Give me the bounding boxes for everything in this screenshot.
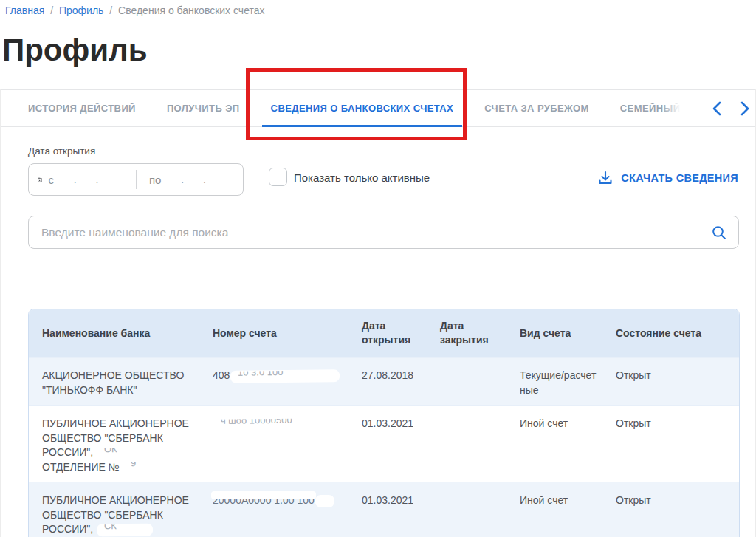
page-title: Профиль [2, 33, 148, 68]
half-obscured-text: 20000A0000 1.00 100 [213, 493, 315, 508]
table-row: ПУБЛИЧНОЕ АКЦИОНЕРНОЕ ОБЩЕСТВО "СБЕРБАНК… [29, 482, 739, 537]
redacted-smear [315, 496, 334, 507]
redacted-smear: ч шоо 10000500 [213, 418, 339, 431]
cell-close-date [440, 406, 520, 482]
cell-account-number: 40810 3.0 100 [213, 358, 362, 405]
active-only-checkbox[interactable] [269, 168, 287, 186]
table-row: ПУБЛИЧНОЕ АКЦИОНЕРНОЕ ОБЩЕСТВО "СБЕРБАНК… [29, 405, 739, 482]
table-row: АКЦИОНЕРНОЕ ОБЩЕСТВО "ТИНЬКОФФ БАНК"4081… [29, 357, 739, 405]
cell-account-state: Открыт [616, 482, 739, 537]
redacted-smear: ОК [97, 447, 153, 459]
cell-close-date [440, 358, 520, 405]
cell-bank-name: АКЦИОНЕРНОЕ ОБЩЕСТВО "ТИНЬКОФФ БАНК" [29, 358, 213, 405]
cell-account-type: Иной счет [520, 406, 607, 482]
panel-left-edge [0, 89, 1, 537]
section-divider [0, 287, 756, 287]
column-header-account-type: Вид счета [520, 309, 616, 357]
cell-account-type: Иной счет [520, 482, 607, 537]
column-header-account-state: Состояние счета [616, 309, 739, 357]
cell-account-type: Текущие/расчетные [520, 358, 607, 405]
cell-account-number: ч шоо 10000500 [213, 406, 362, 482]
tab-bank-accounts[interactable]: СВЕДЕНИЯ О БАНКОВСКИХ СЧЕТАХ [271, 90, 454, 126]
cell-account-state: Открыт [616, 406, 739, 482]
download-info-label: СКАЧАТЬ СВЕДЕНИЯ [621, 172, 738, 184]
tab-scroll-arrows [712, 100, 756, 117]
cell-close-date [440, 482, 520, 537]
redacted-smear: 10 3.0 100 [230, 370, 340, 383]
column-header-account-number: Номер счета [213, 309, 362, 357]
active-only-checkbox-label: Показать только активные [294, 171, 430, 184]
search-placeholder: Введите наименование для поиска [41, 226, 711, 239]
tab-family-access[interactable]: СЕМЕЙНЫЙ ДОСТ [620, 90, 681, 126]
bank-accounts-table: Наименование банка Номер счета Дата откр… [28, 309, 740, 537]
cell-open-date: 01.03.2021 [362, 406, 440, 482]
open-date-filter-label: Дата открытия [28, 146, 95, 157]
table-header-row: Наименование банка Номер счета Дата откр… [29, 309, 739, 357]
tabs-prev-button[interactable] [712, 100, 722, 117]
cell-bank-name: ПУБЛИЧНОЕ АКЦИОНЕРНОЕ ОБЩЕСТВО "СБЕРБАНК… [29, 406, 213, 482]
tab-action-history[interactable]: ИСТОРИЯ ДЕЙСТВИЙ [28, 90, 136, 126]
cell-bank-name: ПУБЛИЧНОЕ АКЦИОНЕРНОЕ ОБЩЕСТВО "СБЕРБАНК… [29, 482, 213, 537]
table-body: АКЦИОНЕРНОЕ ОБЩЕСТВО "ТИНЬКОФФ БАНК"4081… [29, 357, 739, 537]
search-input[interactable]: Введите наименование для поиска [28, 216, 739, 249]
tabs-next-button[interactable] [740, 100, 750, 117]
tab-bar: ИСТОРИЯ ДЕЙСТВИЙ ПОЛУЧИТЬ ЭП СВЕДЕНИЯ О … [0, 89, 756, 127]
chevron-right-icon [740, 100, 750, 117]
download-info-button[interactable]: СКАЧАТЬ СВЕДЕНИЯ [598, 171, 738, 185]
cell-open-date: 01.03.2021 [362, 482, 440, 537]
breadcrumb-home-link[interactable]: Главная [5, 4, 44, 16]
download-icon [598, 171, 613, 185]
search-icon[interactable] [711, 225, 727, 241]
breadcrumb-current: Сведения о банковских счетах [118, 4, 264, 16]
column-header-open-date: Дата открытия [362, 309, 440, 357]
profile-bank-accounts-page: Главная / Профиль / Сведения о банковски… [0, 0, 756, 537]
cell-account-number: 20000A0000 1.00 100 [213, 482, 362, 537]
breadcrumb-separator: / [50, 4, 53, 16]
column-header-close-date: Дата закрытия [440, 309, 520, 357]
breadcrumb-profile-link[interactable]: Профиль [59, 4, 103, 16]
redacted-smear: 9 [123, 462, 156, 473]
tab-foreign-accounts[interactable]: СЧЕТА ЗА РУБЕЖОМ [484, 90, 589, 126]
date-range-input[interactable]: с __ . __ . ____ по __ . __ . ____ [28, 163, 244, 196]
cell-open-date: 27.08.2018 [362, 358, 440, 405]
date-to-field[interactable]: __ . __ . ____ [165, 174, 234, 185]
chevron-left-icon [712, 100, 722, 117]
breadcrumb: Главная / Профиль / Сведения о банковски… [5, 4, 265, 16]
calendar-icon [38, 173, 42, 187]
date-from-field[interactable]: __ . __ . ____ [58, 174, 127, 185]
breadcrumb-separator: / [109, 4, 112, 16]
date-from-prefix: с [48, 174, 54, 186]
tab-get-signature[interactable]: ПОЛУЧИТЬ ЭП [167, 90, 240, 126]
column-header-bank: Наименование банка [29, 309, 213, 357]
redacted-smear: СК [97, 524, 153, 536]
date-to-prefix: по [149, 174, 161, 186]
cell-account-state: Открыт [616, 358, 739, 405]
